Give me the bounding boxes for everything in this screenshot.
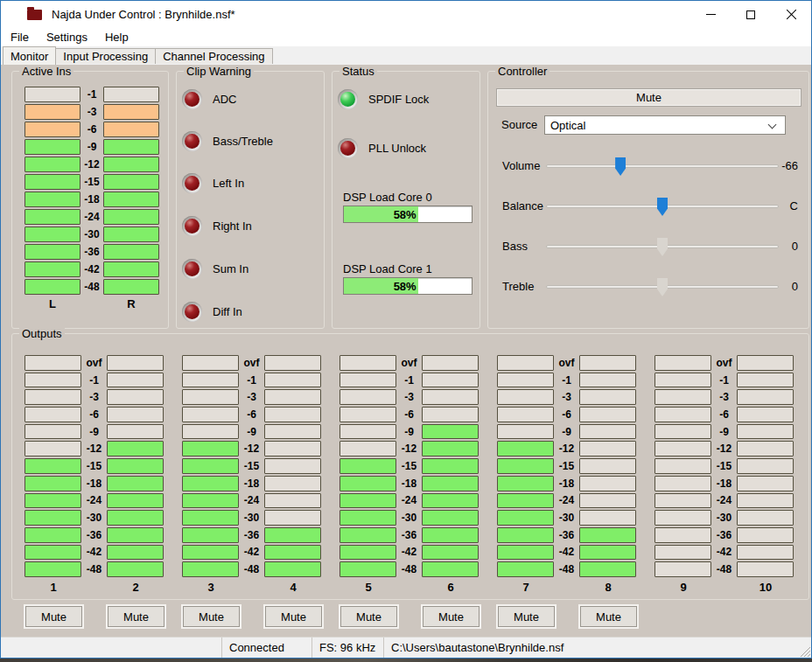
scale-label: ovf xyxy=(554,355,579,371)
meter-segment-green xyxy=(182,561,239,577)
meter-segment-green xyxy=(103,157,159,172)
meter-segment-off xyxy=(182,389,239,405)
output-mute-button-6[interactable]: Mute xyxy=(423,606,480,627)
meter-segment-off xyxy=(579,510,636,526)
meter-segment-green xyxy=(422,424,479,440)
led-core xyxy=(185,304,200,319)
meter-segment-off xyxy=(264,424,321,440)
meter-segment-green xyxy=(340,510,396,526)
close-button[interactable] xyxy=(771,1,811,28)
meter-segment-off xyxy=(579,373,636,388)
output-mute-button-8[interactable]: Mute xyxy=(580,606,637,627)
tab-monitor[interactable]: Monitor xyxy=(3,46,56,65)
meter-scale: ovf-1-3-6-9-12-15-18-24-30-36-42-48 xyxy=(239,355,264,577)
scale-label: -6 xyxy=(554,407,579,422)
meter-segment-off xyxy=(579,424,636,440)
meter-segment-green xyxy=(24,493,81,509)
scale-label: -36 xyxy=(554,527,579,543)
scale-label: -18 xyxy=(711,476,737,491)
dsp-core-0-progress-fill: 58% xyxy=(344,206,418,222)
output-mute-button-1[interactable]: Mute xyxy=(25,606,82,627)
meter-segment-green xyxy=(107,493,164,509)
menu-file[interactable]: File xyxy=(2,28,38,46)
menu-settings[interactable]: Settings xyxy=(38,28,96,46)
output-meter-9 xyxy=(654,355,711,577)
meter-segment-green xyxy=(107,561,164,577)
minimize-button[interactable] xyxy=(690,1,731,28)
scale-label: -30 xyxy=(396,510,422,526)
output-mute-button-5[interactable]: Mute xyxy=(340,606,397,627)
status-body: DSP Load Core 0 58% DSP Load Core 1 58% … xyxy=(332,72,480,328)
meter-scale: ovf-1-3-6-9-12-15-18-24-30-36-42-48 xyxy=(81,355,107,577)
maximize-button[interactable] xyxy=(731,1,771,28)
scale-label: -3 xyxy=(239,389,264,405)
scale-label: -3 xyxy=(396,389,422,405)
meter-scale: ovf-1-3-6-9-12-15-18-24-30-36-42-48 xyxy=(554,355,579,577)
left-in-led-red xyxy=(182,173,202,193)
controller-mute-button[interactable]: Mute xyxy=(496,88,802,107)
slider-row-bass: Bass0 xyxy=(488,237,808,256)
menu-help[interactable]: Help xyxy=(96,28,137,46)
output-mute-button-2[interactable]: Mute xyxy=(108,606,164,627)
led-row-sum-in: Sum In xyxy=(182,259,248,279)
meter-segment-green xyxy=(497,441,554,456)
scale-label: ovf xyxy=(711,355,737,371)
volume-slider-thumb[interactable] xyxy=(615,157,626,176)
meter-segment-green xyxy=(103,279,159,295)
bass-treble-led-red xyxy=(182,131,202,151)
led-row-spdif-lock: SPDIF Lock xyxy=(338,89,429,109)
meter-segment-off xyxy=(737,407,794,422)
output-meter-2 xyxy=(107,355,164,577)
meter-segment-off xyxy=(579,355,636,371)
meter-segment-off xyxy=(497,355,554,371)
meter-segment-off xyxy=(264,476,321,491)
meter-segment-green xyxy=(103,261,159,277)
led-row-right-in: Right In xyxy=(182,216,252,236)
scale-label: -36 xyxy=(81,527,107,543)
meter-segment-off xyxy=(737,373,794,388)
meter-segment-green xyxy=(182,441,239,456)
meter-segment-off xyxy=(737,510,794,526)
controller-body: Mute Source Optical Volume-66BalanceCBas… xyxy=(488,72,808,328)
meter-segment-off xyxy=(654,510,711,526)
meter-segment-green xyxy=(182,545,239,561)
meter-segment-green xyxy=(24,527,81,543)
output-mute-button-7[interactable]: Mute xyxy=(498,606,555,627)
spdif-lock-led-green xyxy=(338,89,358,109)
tab-input-processing[interactable]: Input Processing xyxy=(55,48,156,64)
tab-channel-processing[interactable]: Channel Processing xyxy=(155,48,272,64)
meter-segment-orange xyxy=(103,122,159,137)
led-label: Diff In xyxy=(213,305,242,318)
status-title: Status xyxy=(340,65,377,78)
scale-label: -9 xyxy=(711,424,737,440)
meter-segment-green xyxy=(497,493,554,509)
meter-segment-green xyxy=(182,476,239,491)
source-select[interactable]: Optical xyxy=(544,115,786,135)
meter-segment-green xyxy=(24,174,80,190)
led-core xyxy=(340,141,355,156)
meter-segment-green xyxy=(103,174,159,190)
dsp-core-1-label: DSP Load Core 1 xyxy=(343,262,472,275)
meter-segment-green xyxy=(340,493,396,509)
output-channel-label-5: 5 xyxy=(342,581,395,594)
output-mute-button-4[interactable]: Mute xyxy=(265,606,322,627)
output-mute-button-3[interactable]: Mute xyxy=(183,606,240,627)
resize-grip[interactable] xyxy=(799,645,810,657)
scale-label: -24 xyxy=(554,493,579,509)
meter-segment-green xyxy=(182,527,239,543)
scale-label: -12 xyxy=(239,441,264,456)
meter-segment-green xyxy=(103,209,159,225)
treble-slider-thumb[interactable] xyxy=(657,278,668,296)
scale-label: -6 xyxy=(239,407,264,422)
statusbar-sample-rate: FS: 96 kHz xyxy=(312,638,383,658)
volume-slider-track[interactable] xyxy=(546,164,779,168)
bass-slider-thumb[interactable] xyxy=(657,238,668,256)
led-row-adc: ADC xyxy=(182,89,236,109)
scale-label: -9 xyxy=(554,424,579,440)
meter-segment-green xyxy=(422,476,479,491)
meter-segment-off xyxy=(264,373,321,388)
meter-segment-green xyxy=(107,527,164,543)
scale-label: -30 xyxy=(554,510,579,526)
scale-label: -15 xyxy=(396,458,422,474)
balance-slider-thumb[interactable] xyxy=(657,198,668,216)
